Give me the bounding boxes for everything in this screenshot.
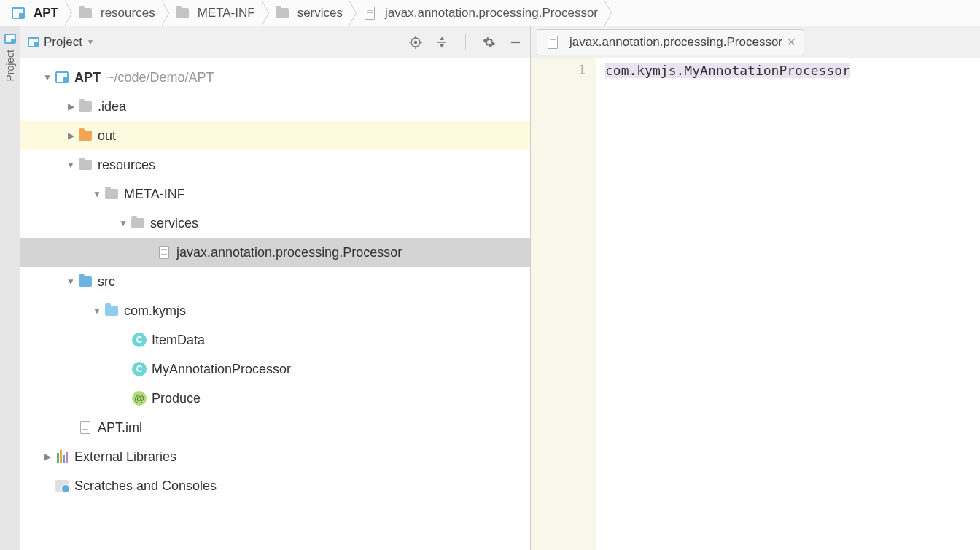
tree-label: APT.iml — [98, 420, 142, 435]
tree-item-scratches[interactable]: Scratches and Consoles — [20, 471, 530, 500]
expand-arrow-icon[interactable]: ▼ — [64, 276, 77, 287]
folder-icon — [77, 98, 93, 115]
dropdown-icon[interactable]: ▼ — [87, 38, 94, 46]
tree-item-class-itemdata[interactable]: C ItemData — [20, 325, 530, 355]
close-icon[interactable]: ✕ — [787, 36, 796, 49]
breadcrumb-label: META-INF — [198, 6, 255, 20]
libraries-icon — [54, 449, 70, 465]
tree-label: resources — [98, 158, 155, 173]
package-icon — [104, 303, 120, 319]
tree-item-metainf[interactable]: ▼ META-INF — [20, 179, 530, 209]
breadcrumb-item[interactable]: javax.annotation.processing.Processor — [357, 0, 605, 26]
panel-header: Project ▼ — [20, 26, 530, 58]
tool-window-stripe[interactable]: Project — [0, 26, 20, 550]
folder-icon — [174, 5, 190, 21]
editor-tab[interactable]: javax.annotation.processing.Processor ✕ — [537, 29, 804, 55]
editor-body[interactable]: 1 com.kymjs.MyAnnotationProcessor — [531, 58, 980, 550]
tool-label: Project — [4, 50, 16, 82]
tree-label: APT — [74, 70, 101, 85]
tree-label: Scratches and Consoles — [74, 479, 217, 494]
tree-item-processor-file[interactable]: javax.annotation.processing.Processor — [20, 238, 530, 267]
scratches-icon — [54, 478, 70, 494]
project-badge-icon — [4, 34, 16, 44]
tree-label: Produce — [152, 391, 201, 406]
tree-item-src[interactable]: ▼ src — [20, 267, 530, 296]
tree-item-root[interactable]: ▼ APT ~/code/Demo/APT — [20, 63, 530, 92]
code-content: com.kymjs.MyAnnotationProcessor — [605, 63, 850, 78]
tree-label: META-INF — [124, 187, 185, 202]
gear-icon[interactable] — [482, 35, 497, 50]
breadcrumb-label: javax.annotation.processing.Processor — [385, 6, 598, 20]
module-icon — [10, 5, 26, 21]
tree-label: ItemData — [152, 333, 205, 348]
tree-label: out — [98, 128, 116, 144]
svg-point-1 — [415, 41, 417, 43]
tree-path: ~/code/Demo/APT — [106, 70, 214, 85]
file-icon — [156, 244, 172, 260]
breadcrumb-bar: APT resources META-INF services javax.an… — [0, 0, 980, 26]
tree-item-annotation[interactable]: @ Produce — [20, 384, 530, 413]
module-file-icon — [77, 419, 93, 435]
class-icon: C — [131, 361, 147, 377]
code-area[interactable]: com.kymjs.MyAnnotationProcessor — [596, 58, 980, 550]
tree-item-package[interactable]: ▼ com.kymjs — [20, 296, 530, 325]
annotation-icon: @ — [131, 390, 147, 406]
folder-icon — [104, 186, 120, 202]
breadcrumb-item[interactable]: META-INF — [170, 0, 262, 26]
folder-icon — [274, 5, 290, 21]
editor-tab-bar: javax.annotation.processing.Processor ✕ — [531, 26, 980, 58]
svg-rect-6 — [438, 42, 446, 43]
file-icon — [362, 5, 378, 21]
expand-arrow-icon[interactable]: ▶ — [64, 131, 77, 141]
breadcrumb-item[interactable]: services — [270, 0, 350, 26]
expand-arrow-icon[interactable]: ▼ — [90, 189, 104, 199]
breadcrumb-label: services — [298, 6, 343, 20]
tree-label: .idea — [98, 99, 126, 115]
line-number: 1 — [531, 63, 586, 77]
breadcrumb-item[interactable]: APT — [6, 0, 66, 26]
hide-icon[interactable] — [508, 35, 523, 50]
tree-item-services[interactable]: ▼ services — [20, 209, 530, 238]
editor-panel: javax.annotation.processing.Processor ✕ … — [531, 26, 980, 550]
breadcrumb-label: resources — [101, 6, 155, 20]
tree-label: services — [150, 216, 198, 231]
line-gutter: 1 — [531, 58, 596, 550]
folder-icon — [77, 157, 93, 173]
expand-arrow-icon[interactable]: ▼ — [64, 160, 77, 170]
tree-label: src — [98, 274, 115, 290]
folder-icon — [77, 5, 93, 21]
tree-label: com.kymjs — [124, 303, 186, 319]
class-icon: C — [131, 332, 147, 348]
folder-icon — [77, 274, 93, 290]
tree-label: javax.annotation.processing.Processor — [176, 245, 402, 260]
expand-arrow-icon[interactable]: ▼ — [117, 218, 130, 228]
project-tree: ▼ APT ~/code/Demo/APT ▶ .idea ▶ out ▼ re… — [20, 58, 530, 550]
editor-tab-label: javax.annotation.processing.Processor — [569, 35, 782, 50]
tree-label: MyAnnotationProcessor — [152, 362, 291, 377]
breadcrumb-item[interactable]: resources — [73, 0, 163, 26]
tree-item-iml[interactable]: APT.iml — [20, 413, 530, 442]
project-panel: Project ▼ ▼ — [20, 26, 531, 550]
folder-icon — [130, 215, 146, 231]
expand-arrow-icon[interactable]: ▼ — [90, 306, 104, 316]
breadcrumb-label: APT — [34, 6, 58, 20]
locate-icon[interactable] — [408, 35, 423, 50]
tree-item-class-processor[interactable]: C MyAnnotationProcessor — [20, 355, 530, 384]
tree-label: External Libraries — [74, 449, 176, 465]
tree-item-resources[interactable]: ▼ resources — [20, 150, 530, 179]
panel-title: Project — [44, 35, 82, 50]
folder-icon — [77, 128, 93, 144]
expand-arrow-icon[interactable]: ▼ — [41, 72, 54, 82]
collapse-all-icon[interactable] — [435, 35, 449, 50]
tree-item-out[interactable]: ▶ out — [20, 121, 530, 150]
project-badge-icon — [28, 37, 39, 47]
tree-item-idea[interactable]: ▶ .idea — [20, 92, 530, 121]
divider — [465, 34, 466, 50]
module-icon — [54, 69, 70, 85]
file-icon — [545, 34, 561, 50]
expand-arrow-icon[interactable]: ▶ — [64, 101, 77, 112]
expand-arrow-icon[interactable]: ▶ — [41, 452, 54, 462]
main-area: Project Project ▼ — [0, 26, 980, 550]
tree-item-external-libs[interactable]: ▶ External Libraries — [20, 442, 530, 471]
